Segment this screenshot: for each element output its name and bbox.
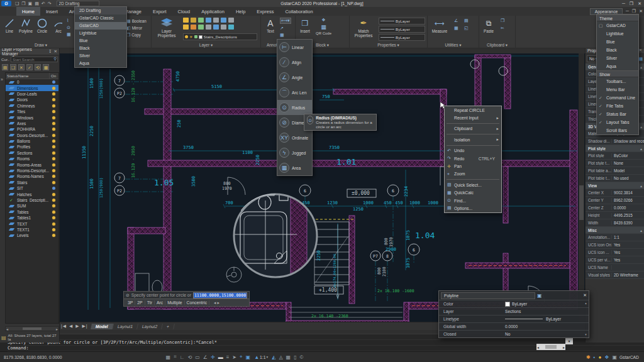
workspace-menu-item[interactable]: Silver: [75, 52, 126, 60]
property-row[interactable]: Plot style ByColor: [586, 152, 644, 160]
dimension-menu-item[interactable]: ▦ Area: [277, 160, 312, 175]
save-file-icon[interactable]: ▣: [28, 1, 33, 6]
layer-on-icon[interactable]: [52, 228, 55, 231]
entity-type-combo[interactable]: Polyline: [441, 292, 535, 299]
table-icon[interactable]: ▦: [280, 33, 291, 38]
canvas-vertical-scrollbar[interactable]: [579, 53, 584, 322]
Tables[interactable]: Tables: [6, 209, 58, 215]
layer-filter-footer-icon[interactable]: ▤: [1, 335, 6, 341]
SUM[interactable]: SUM: [6, 203, 58, 209]
Tiles[interactable]: Tiles: [6, 109, 58, 114]
redo-icon[interactable]: ↷: [48, 1, 52, 6]
Rooms-Areas[interactable]: Rooms-Areas: [6, 162, 58, 167]
refresh-icon[interactable]: ⟲: [35, 64, 41, 70]
search-icon[interactable]: ⚲: [53, 57, 57, 62]
dimension-menu-item[interactable]: ∕ Align: [277, 55, 312, 70]
copy-button[interactable]: ❐Copy: [126, 31, 151, 38]
appearance-menu-item[interactable]: Theme: [597, 14, 638, 21]
mirror-button[interactable]: ◧Mirror: [126, 25, 151, 31]
property-row[interactable]: Center Y 8962.0266: [586, 197, 644, 204]
dimension-menu-item[interactable]: ⌒ Arc Len: [277, 85, 312, 100]
TEXT1[interactable]: TEXT1: [6, 227, 58, 233]
TEXT[interactable]: TEXT: [6, 221, 58, 226]
dynamic-value-field[interactable]: 11100.0000,15100.0000: [193, 292, 247, 299]
layer-on-icon[interactable]: [52, 157, 55, 160]
context-menu-item[interactable]: ↷ Redo CTRL+Y: [445, 155, 501, 162]
dynamic-ucs-icon[interactable]: ▣: [246, 354, 251, 360]
context-menu-item[interactable]: ⊙ Find...: [445, 197, 501, 204]
appearance-menu-item[interactable]: GstarCAD: [597, 21, 638, 30]
layer-on-icon[interactable]: [52, 145, 55, 148]
qr-code-icon[interactable]: ▦: [321, 24, 326, 30]
quick-property-row[interactable]: Closed No: [439, 330, 589, 337]
dimension-menu-item[interactable]: ∠ Angle: [277, 70, 312, 85]
layer-on-icon[interactable]: [52, 87, 55, 90]
ribbon-tab[interactable]: Insert: [40, 7, 64, 16]
minimize-icon[interactable]: ─: [622, 1, 625, 6]
layer-combo[interactable]: ☀ Stairs_Descriptions: [183, 33, 257, 40]
app-logo-icon[interactable]: G: [1, 1, 11, 6]
ribbon-tab[interactable]: Application: [196, 7, 230, 16]
layer-on-icon[interactable]: [52, 128, 55, 131]
leader-icon[interactable]: ↗: [280, 26, 291, 31]
property-row[interactable]: Height 4496.2515: [586, 212, 644, 219]
create-block-icon[interactable]: ❖: [321, 18, 325, 23]
appearance-menu-item[interactable]: Menu Bar: [597, 85, 638, 94]
layout-tab[interactable]: +: [162, 324, 175, 329]
property-row[interactable]: Center X 9002.3814: [586, 189, 644, 197]
layer-on-icon[interactable]: [52, 181, 55, 184]
annotation-scale-widget[interactable]: ▲ 1:1 ▾: [254, 354, 268, 360]
grid-icon[interactable]: ▦: [166, 354, 171, 360]
layer-on-icon[interactable]: [52, 204, 55, 207]
delete-layer-icon[interactable]: ✕: [18, 64, 25, 70]
new-layer-icon[interactable]: ❏: [10, 64, 16, 70]
property-row[interactable]: Annotation... 1:1: [586, 234, 644, 241]
undo-icon[interactable]: ↶: [42, 1, 45, 6]
open-file-icon[interactable]: ❐: [21, 1, 25, 6]
Doors[interactable]: Doors: [6, 97, 58, 102]
appearance-menu-item[interactable]: Scroll Bars: [597, 126, 638, 134]
id-point-icon[interactable]: ▤: [464, 18, 472, 23]
property-row[interactable]: UCS icon On Yes: [586, 241, 644, 249]
layer-on-icon[interactable]: [52, 151, 55, 155]
Rooms-Descript...[interactable]: Rooms-Descript...: [6, 168, 58, 173]
appearance-menu-item[interactable]: Aqua: [597, 62, 638, 70]
quick-property-row[interactable]: Layer Sections: [439, 307, 589, 315]
dynamic-option-button[interactable]: 2P: [135, 300, 145, 305]
text-button[interactable]: A Text: [262, 17, 279, 41]
appearance-menu-item[interactable]: Silver: [597, 54, 638, 62]
polyline-button[interactable]: Polyline: [18, 17, 34, 41]
on-column-header[interactable]: On: [50, 73, 58, 79]
close-icon[interactable]: ✕: [638, 1, 641, 6]
layout-tab[interactable]: Model: [91, 324, 114, 329]
dimension-menu-item[interactable]: ϟ Jogged: [277, 145, 312, 160]
ribbon-tab[interactable]: Cloud: [172, 7, 196, 16]
clipboard-group-label[interactable]: Clipboard: [479, 43, 515, 48]
POHHIRA[interactable]: POHHIRA: [6, 126, 58, 132]
panel-pin-icon[interactable]: ↧: [48, 49, 52, 54]
workspace-menu-item[interactable]: Lightblue: [75, 30, 126, 37]
Stairs_Descripti...[interactable]: Stairs_Descripti...: [6, 197, 58, 203]
measure-button[interactable]: ⟷ Measure: [429, 17, 450, 41]
display-icon[interactable]: ▣: [612, 354, 617, 360]
Rooms-Names[interactable]: Rooms-Names: [6, 173, 58, 179]
ribbon-tab[interactable]: Export: [147, 7, 172, 16]
layer-on-icon[interactable]: [52, 222, 55, 226]
ribbon-tab[interactable]: Collaboration: [279, 7, 318, 16]
appearance-menu-item[interactable]: Lightblue: [597, 30, 638, 38]
distance-icon[interactable]: ∠: [454, 18, 462, 23]
bulb-icon[interactable]: ●: [598, 354, 601, 360]
layout-tab[interactable]: Layout1: [113, 324, 138, 329]
quick-calc-icon[interactable]: ◱: [464, 26, 472, 31]
name-column-header[interactable]: Name: [17, 73, 50, 79]
quick-properties-icon[interactable]: ▦: [286, 354, 291, 360]
Doors-Descripti...[interactable]: Doors-Descripti...: [6, 133, 58, 138]
context-menu-item[interactable]: ⌖ Zoom: [445, 170, 501, 178]
doc-restore-icon[interactable]: ❐: [632, 9, 636, 14]
layer-on-icon[interactable]: [52, 193, 55, 196]
property-row[interactable]: UCS per vi... Yes: [586, 256, 644, 264]
layer-on-icon[interactable]: [52, 216, 55, 219]
snap-icon[interactable]: ⌗: [174, 354, 177, 360]
filter-collapse-icon[interactable]: »: [1, 77, 3, 82]
context-menu-item[interactable]: Clipboard ▸: [445, 125, 501, 133]
